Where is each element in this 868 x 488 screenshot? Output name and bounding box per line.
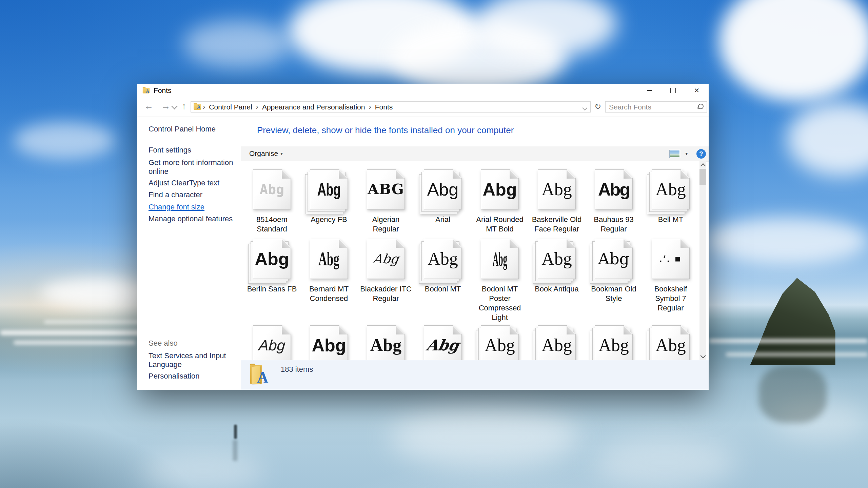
close-button[interactable]: ✕ xyxy=(685,84,709,97)
page-fold-corner xyxy=(680,239,689,248)
font-item-agency-fb[interactable]: AbgAgency FB xyxy=(300,167,357,234)
change-view-button[interactable] xyxy=(669,150,680,158)
recent-pages-dropdown[interactable] xyxy=(171,103,177,109)
page-fold-corner xyxy=(339,239,348,248)
font-page-icon: Abg xyxy=(310,239,348,279)
scrollbar-thumb[interactable] xyxy=(699,169,706,185)
wave-foam xyxy=(44,320,146,324)
page-fold-corner xyxy=(624,239,632,248)
forward-button[interactable]: → xyxy=(161,101,170,111)
font-item-label: 8514oem Standard xyxy=(245,215,299,234)
font-item-book-antiqua[interactable]: AbgBook Antiqua xyxy=(528,237,585,322)
font-item-bodoni-mt-poster-compressed-light[interactable]: AbgBodoni MT Poster Compressed Light xyxy=(471,237,528,322)
font-item[interactable]: Abg xyxy=(585,323,642,360)
sidebar-item-change-font-size[interactable]: Change font size xyxy=(149,203,236,211)
page-fold-corner xyxy=(624,170,632,179)
font-preview-text: Abg xyxy=(598,337,629,354)
font-page-icon: Abg xyxy=(481,169,519,209)
font-item-berlin-sans-fb[interactable]: AbgBerlin Sans FB xyxy=(243,237,300,322)
sea-rock-reflection xyxy=(759,365,827,423)
view-options-dropdown[interactable]: ▾ xyxy=(685,151,688,156)
sidebar-item-font-settings[interactable]: Font settings xyxy=(149,146,236,155)
font-item-label: Arial Rounded MT Bold xyxy=(473,215,527,234)
font-item-8514oem-standard[interactable]: Abg8514oem Standard xyxy=(243,167,300,234)
font-item[interactable]: Abg xyxy=(357,323,414,360)
page-fold-corner xyxy=(453,326,461,334)
desktop: { "window": { "title": "Fonts", "icons":… xyxy=(0,0,868,488)
cloud xyxy=(390,20,566,95)
breadcrumb-control-panel[interactable]: Control Panel xyxy=(209,103,252,111)
font-item-label: Bodoni MT Poster Compressed Light xyxy=(473,284,527,322)
cloud xyxy=(288,0,478,75)
font-item-label: Bookshelf Symbol 7 Regular xyxy=(644,284,697,313)
font-item-label: Baskerville Old Face Regular xyxy=(530,215,584,234)
font-item[interactable]: Abg xyxy=(243,323,300,360)
minimize-button[interactable] xyxy=(637,84,661,97)
font-item-baskerville-old-face-regular[interactable]: AbgBaskerville Old Face Regular xyxy=(528,167,585,234)
page-fold-corner xyxy=(510,326,518,334)
refresh-button[interactable]: ↻ xyxy=(594,102,601,111)
breadcrumb-appearance-personalisation[interactable]: Appearance and Personalisation xyxy=(262,103,365,111)
cloud xyxy=(787,102,868,176)
font-item-label: Bauhaus 93 Regular xyxy=(587,215,640,234)
wave-foam xyxy=(0,330,146,335)
main-panel: Preview, delete, show or hide the fonts … xyxy=(241,117,709,390)
sidebar-item-find-a-character[interactable]: Find a character xyxy=(149,190,236,199)
maximize-button[interactable] xyxy=(661,84,685,97)
font-item-bookman-old-style[interactable]: AbgBookman Old Style xyxy=(585,237,642,322)
up-button[interactable]: ↑ xyxy=(182,101,186,111)
status-bar: A 183 items xyxy=(241,360,709,390)
back-button[interactable]: ← xyxy=(144,101,153,111)
address-dropdown[interactable] xyxy=(582,105,587,110)
vertical-scrollbar[interactable] xyxy=(699,161,706,360)
font-item-arial-rounded-mt-bold[interactable]: AbgArial Rounded MT Bold xyxy=(471,167,528,234)
font-item-bodoni-mt[interactable]: AbgBodoni MT xyxy=(414,237,471,322)
font-preview-text: Abg xyxy=(258,338,286,353)
font-page-icon: Abg xyxy=(424,325,462,360)
font-item[interactable]: Abg xyxy=(471,323,528,360)
minimize-icon xyxy=(647,90,652,91)
page-fold-corner xyxy=(510,170,518,179)
page-fold-corner xyxy=(567,170,575,179)
sidebar-item-control-panel-home[interactable]: Control Panel Home xyxy=(149,125,236,134)
see-also-heading: See also xyxy=(149,339,236,348)
font-item-bauhaus-93-regular[interactable]: AbgBauhaus 93 Regular xyxy=(585,167,642,234)
font-item[interactable]: Abg xyxy=(414,323,471,360)
help-button[interactable]: ? xyxy=(696,149,706,159)
search-icon[interactable] xyxy=(698,104,704,109)
page-fold-corner xyxy=(567,326,575,334)
font-item-label: Bell MT xyxy=(658,215,684,224)
font-item-bookshelf-symbol-7-regular[interactable]: .′. ■Bookshelf Symbol 7 Regular xyxy=(642,237,699,322)
sidebar-item-personalisation[interactable]: Personalisation xyxy=(149,372,236,381)
search-input[interactable] xyxy=(606,102,694,112)
font-item-label: Bernard MT Condensed xyxy=(302,284,356,303)
font-preview-text: Abg xyxy=(318,249,339,268)
command-toolbar: Organise▾ ▾ ? xyxy=(241,146,709,162)
cloud xyxy=(183,20,292,68)
font-item-blackadder-itc-regular[interactable]: AbgBlackadder ITC Regular xyxy=(357,237,414,322)
sidebar-item-text-services-and-input-language[interactable]: Text Services and Input Language xyxy=(149,351,236,369)
font-page-icon: Abg xyxy=(253,325,291,360)
font-grid-row: AbgAbgAbgAbgAbgAbgAbgAbg xyxy=(243,323,699,360)
font-family-stack-icon: Abg xyxy=(538,325,576,360)
font-family-stack-icon: Abg xyxy=(424,239,462,279)
sidebar-item-manage-optional-features[interactable]: Manage optional features xyxy=(149,215,236,223)
font-item[interactable]: Abg xyxy=(528,323,585,360)
font-item-algerian-regular[interactable]: ABGAlgerian Regular xyxy=(357,167,414,234)
font-item-arial[interactable]: AbgArial xyxy=(414,167,471,234)
scroll-up-icon[interactable] xyxy=(701,163,706,169)
breadcrumb-fonts[interactable]: Fonts xyxy=(375,103,393,111)
page-fold-corner xyxy=(282,170,291,179)
font-preview-text: Abg xyxy=(317,181,341,198)
scroll-down-icon[interactable] xyxy=(701,353,706,359)
organise-button[interactable]: Organise▾ xyxy=(249,149,283,158)
font-item-bell-mt[interactable]: AbgBell MT xyxy=(642,167,699,234)
sidebar-item-adjust-cleartype-text[interactable]: Adjust ClearType text xyxy=(149,179,236,187)
maximize-icon xyxy=(670,88,676,93)
sidebar-item-get-more-font-information-online[interactable]: Get more font information online xyxy=(149,158,236,176)
font-item[interactable]: Abg xyxy=(642,323,699,360)
fonts-folder-icon: A xyxy=(143,88,150,93)
font-item-bernard-mt-condensed[interactable]: AbgBernard MT Condensed xyxy=(300,237,357,322)
font-preview-text: Abg xyxy=(260,183,284,196)
font-item[interactable]: Abg xyxy=(300,323,357,360)
